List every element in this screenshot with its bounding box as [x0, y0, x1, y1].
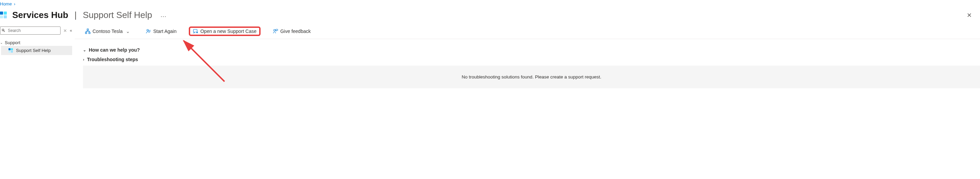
feedback-person-icon [273, 29, 278, 34]
collapse-sidebar-button[interactable]: « [70, 28, 72, 33]
open-support-case-button[interactable]: Open a new Support Case [189, 27, 261, 36]
workspace-dropdown[interactable]: Contoso Tesla ⌄ [82, 27, 134, 35]
chevron-down-icon: ⌄ [0, 41, 3, 44]
section-how-can-we-help[interactable]: ⌄ How can we help you? [83, 45, 980, 55]
svg-rect-2 [89, 32, 90, 33]
support-self-help-icon [8, 48, 13, 53]
svg-point-6 [274, 30, 275, 31]
main-content: Contoso Tesla ⌄ Start Again Open a new S… [75, 27, 980, 88]
sidebar-group-label: Support [5, 40, 21, 45]
chevron-down-icon: ⌄ [83, 48, 86, 52]
more-actions-button[interactable]: … [160, 11, 166, 19]
support-chat-icon [193, 29, 198, 34]
breadcrumb-home[interactable]: Home [0, 2, 12, 6]
section-label: How can we help you? [89, 47, 140, 53]
message-text: No troubleshooting solutions found. Plea… [461, 74, 601, 79]
give-feedback-button[interactable]: Give feedback [269, 27, 314, 35]
svg-rect-0 [87, 29, 88, 30]
page-title-separator: | [75, 10, 77, 21]
svg-rect-1 [85, 32, 87, 33]
search-input[interactable] [0, 27, 60, 35]
search-icon: 🔍︎ [2, 28, 5, 33]
sidebar-item-support-self-help[interactable]: Support Self Help [0, 46, 72, 55]
chevron-right-icon: › [14, 2, 15, 6]
start-again-label: Start Again [153, 29, 177, 34]
sidebar-item-label: Support Self Help [16, 48, 51, 53]
chevron-right-icon: › [83, 57, 84, 62]
content-sections: ⌄ How can we help you? › Troubleshooting… [75, 39, 980, 88]
close-button[interactable]: ✕ [967, 11, 972, 19]
svg-point-5 [196, 32, 197, 33]
svg-rect-7 [276, 29, 278, 30]
services-hub-logo-icon [0, 11, 8, 19]
start-again-button[interactable]: Start Again [142, 27, 180, 35]
page-header: Services Hub | Support Self Help … ✕ [0, 8, 980, 27]
sitemap-icon [85, 29, 91, 34]
page-title-main: Services Hub [12, 10, 68, 21]
sidebar-group-support[interactable]: ⌄ Support [0, 40, 72, 46]
open-support-case-label: Open a new Support Case [200, 29, 256, 34]
chevron-down-icon: ⌄ [126, 29, 130, 34]
svg-rect-4 [193, 30, 197, 32]
toolbar: Contoso Tesla ⌄ Start Again Open a new S… [75, 27, 980, 39]
person-refresh-icon [146, 29, 151, 34]
breadcrumb: Home › [0, 0, 980, 8]
workspace-label: Contoso Tesla [92, 29, 123, 34]
section-label: Troubleshooting steps [87, 57, 138, 62]
page-title-sub: Support Self Help [83, 10, 153, 21]
section-troubleshooting-steps[interactable]: › Troubleshooting steps [83, 55, 980, 64]
search-box: 🔍︎ [0, 27, 60, 35]
give-feedback-label: Give feedback [280, 29, 311, 34]
sidebar: 🔍︎ ✕ « ⌄ Support Support Self Help [0, 27, 75, 55]
no-solutions-message: No troubleshooting solutions found. Plea… [83, 65, 980, 88]
clear-search-button[interactable]: ✕ [63, 28, 67, 33]
